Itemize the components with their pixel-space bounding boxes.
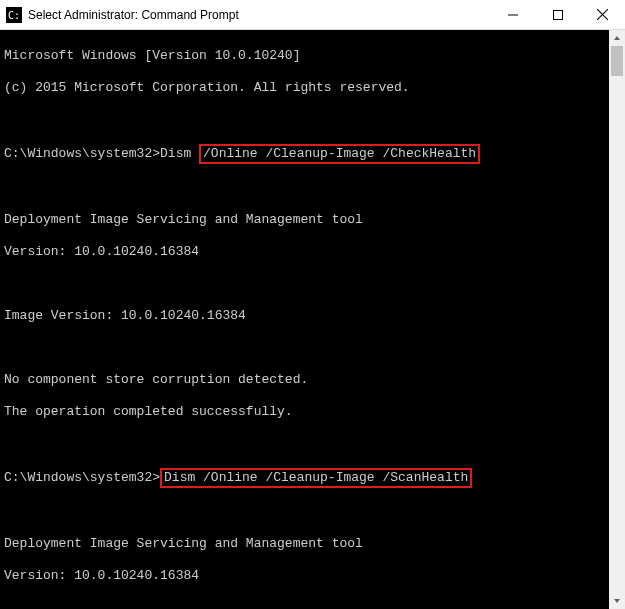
scrollbar-thumb[interactable] xyxy=(611,46,623,76)
cmd-icon: C: xyxy=(6,7,22,23)
output-line: Microsoft Windows [Version 10.0.10240] xyxy=(4,48,621,64)
output-line xyxy=(4,112,621,128)
svg-marker-6 xyxy=(614,36,620,40)
command-prefix: Dism xyxy=(160,146,199,161)
output-line xyxy=(4,340,621,356)
output-line xyxy=(4,504,621,520)
console-output[interactable]: Microsoft Windows [Version 10.0.10240] (… xyxy=(0,30,625,609)
svg-rect-3 xyxy=(553,10,562,19)
maximize-button[interactable] xyxy=(535,0,580,29)
highlighted-command: /Online /Cleanup-Image /CheckHealth xyxy=(199,144,480,164)
output-line: No component store corruption detected. xyxy=(4,372,621,388)
output-line xyxy=(4,180,621,196)
command-line: C:\Windows\system32>Dism /Online /Cleanu… xyxy=(4,144,621,164)
output-line xyxy=(4,276,621,292)
output-line: Version: 10.0.10240.16384 xyxy=(4,244,621,260)
window-controls xyxy=(490,0,625,29)
window-title: Select Administrator: Command Prompt xyxy=(28,8,490,22)
scrollbar-up-arrow[interactable] xyxy=(609,30,625,46)
command-line: C:\Windows\system32>Dism /Online /Cleanu… xyxy=(4,468,621,488)
output-line: The operation completed successfully. xyxy=(4,404,621,420)
output-line: Version: 10.0.10240.16384 xyxy=(4,568,621,584)
command-prompt-window: C: Select Administrator: Command Prompt … xyxy=(0,0,625,609)
scrollbar-track[interactable] xyxy=(609,46,625,593)
prompt-path: C:\Windows\system32> xyxy=(4,146,160,161)
output-line: (c) 2015 Microsoft Corporation. All righ… xyxy=(4,80,621,96)
output-line xyxy=(4,600,621,609)
vertical-scrollbar[interactable] xyxy=(609,30,625,609)
output-line xyxy=(4,436,621,452)
minimize-button[interactable] xyxy=(490,0,535,29)
titlebar[interactable]: C: Select Administrator: Command Prompt xyxy=(0,0,625,30)
highlighted-command: Dism /Online /Cleanup-Image /ScanHealth xyxy=(160,468,472,488)
svg-marker-7 xyxy=(614,599,620,603)
prompt-path: C:\Windows\system32> xyxy=(4,470,160,485)
svg-text:C:: C: xyxy=(8,10,20,21)
output-line: Image Version: 10.0.10240.16384 xyxy=(4,308,621,324)
close-button[interactable] xyxy=(580,0,625,29)
output-line: Deployment Image Servicing and Managemen… xyxy=(4,212,621,228)
output-line: Deployment Image Servicing and Managemen… xyxy=(4,536,621,552)
scrollbar-down-arrow[interactable] xyxy=(609,593,625,609)
